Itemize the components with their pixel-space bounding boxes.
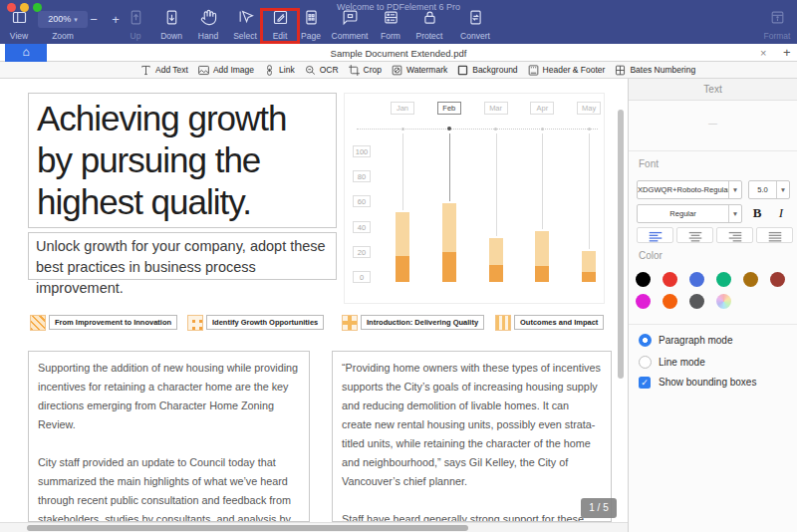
color-swatch-rainbow[interactable] — [716, 294, 731, 309]
right-text-column[interactable]: “Providing home owners with these types … — [332, 351, 612, 522]
tag-growth-opportunities[interactable]: Identify Growth Opportunities — [187, 314, 324, 331]
background-button[interactable]: Background — [456, 64, 517, 77]
form-button[interactable]: Form — [372, 9, 409, 43]
align-justify-icon — [767, 231, 783, 242]
tag-improvement-innovation[interactable]: From Improvement to Innovation — [30, 314, 177, 331]
format-button[interactable]: Format — [758, 9, 796, 43]
comment-bubble-icon — [342, 9, 359, 26]
page-up-icon — [128, 9, 144, 26]
tag-delivering-quality[interactable]: Introduction: Delivering Quality — [342, 314, 484, 331]
color-swatch-58595b[interactable] — [689, 294, 704, 309]
document-heading[interactable]: Achieving growth by pursuing the highest… — [28, 93, 337, 228]
add-text-button[interactable]: Add Text — [139, 64, 188, 77]
color-swatch-000000[interactable] — [636, 272, 651, 287]
align-center-button[interactable] — [676, 227, 713, 243]
format-info-icon — [769, 9, 786, 26]
empty-selection-placeholder: — — [629, 119, 797, 129]
color-swatch-a8700f[interactable] — [743, 272, 758, 287]
chart-month-may[interactable]: May — [577, 102, 601, 115]
bates-numbering-button[interactable]: Bates Numbering — [614, 64, 695, 77]
ocr-button[interactable]: OCR — [304, 64, 339, 77]
header-footer-button[interactable]: Header & Footer — [527, 64, 606, 77]
view-panel-icon — [11, 9, 28, 26]
document-tab-title[interactable]: Sample Document Extended.pdf — [0, 48, 797, 59]
dots-icon — [187, 315, 203, 331]
font-style-dropdown[interactable]: Regular ▼ — [637, 204, 742, 223]
bars-icon — [495, 315, 511, 331]
zoom-out-button[interactable]: − — [86, 11, 102, 28]
edit-pencil-icon — [272, 9, 289, 26]
left-text-column[interactable]: Supporting the addition of new housing w… — [28, 351, 310, 522]
crop-button[interactable]: Crop — [348, 64, 382, 77]
chart-dropline — [496, 133, 497, 236]
protect-button[interactable]: Protect — [410, 9, 448, 43]
page-up-button[interactable]: Up — [117, 9, 154, 43]
add-image-button[interactable]: Add Image — [197, 64, 254, 77]
page-button[interactable]: Page — [292, 9, 330, 43]
line-mode-radio[interactable] — [639, 356, 652, 369]
chart-ytick-80: 80 — [353, 170, 371, 182]
comment-button[interactable]: Comment — [331, 9, 369, 43]
italic-button[interactable]: I — [772, 204, 790, 222]
add-image-icon — [197, 64, 210, 77]
chart-bar-upper[interactable] — [396, 212, 409, 256]
cursor-icon — [237, 9, 254, 26]
chart-bar-upper[interactable] — [442, 203, 456, 252]
watermark-button[interactable]: Watermark — [391, 64, 447, 77]
chart-bar-lower[interactable] — [396, 256, 409, 282]
link-button[interactable]: Link — [263, 64, 295, 77]
chart-bar-upper[interactable] — [535, 231, 549, 266]
chart[interactable]: 100806040200JanFebMarAprMay — [344, 93, 605, 304]
chart-bar-upper[interactable] — [582, 251, 596, 272]
page-indicator-badge: 1 / 5 — [581, 498, 617, 518]
convert-arrows-icon — [467, 9, 484, 26]
chart-month-jan[interactable]: Jan — [391, 102, 414, 115]
paragraph: Supporting the addition of new housing w… — [38, 359, 300, 434]
chart-month-feb[interactable]: Feb — [437, 102, 461, 115]
align-left-icon — [648, 231, 664, 242]
color-swatch-9c3b32[interactable] — [770, 272, 785, 287]
view-button[interactable]: View — [0, 9, 38, 43]
ocr-magnifier-icon — [304, 64, 317, 77]
zoom-level-dropdown[interactable]: 200%▾ — [38, 11, 88, 28]
header-footer-icon — [527, 64, 540, 77]
app-window: Welcome to PDFelement 6 Pro View 200%▾ Z… — [0, 0, 797, 532]
chart-bar-lower[interactable] — [489, 265, 503, 282]
tag-outcomes-impact[interactable]: Outcomes and Impact — [495, 314, 604, 331]
chart-bar-lower[interactable] — [442, 252, 456, 282]
add-tab-icon[interactable]: + — [783, 45, 791, 60]
color-swatch-0eb57d[interactable] — [716, 272, 731, 287]
chart-bar-lower[interactable] — [535, 266, 549, 282]
chart-bar-upper[interactable] — [489, 238, 503, 265]
close-tab-icon[interactable]: × — [760, 47, 766, 59]
align-right-button[interactable] — [716, 227, 753, 243]
bold-button[interactable]: B — [748, 204, 766, 222]
chart-bar-lower[interactable] — [582, 272, 596, 282]
chart-ytick-0: 0 — [353, 271, 371, 283]
document-canvas[interactable]: Achieving growth by pursuing the highest… — [0, 79, 628, 532]
text-properties-panel: Text — Font XDGWQR+Roboto-Regular ▼ 5.0 … — [628, 79, 797, 532]
zoom-section-label: Zoom — [38, 31, 88, 41]
chart-month-mar[interactable]: Mar — [484, 102, 508, 115]
hand-tool-button[interactable]: Hand — [189, 9, 227, 43]
horizontal-scrollbar[interactable] — [0, 522, 628, 532]
vertical-scrollbar-thumb[interactable] — [618, 110, 624, 379]
color-swatch-e8352e[interactable] — [663, 272, 677, 287]
horizontal-scrollbar-thumb[interactable] — [27, 525, 468, 531]
document-subtitle[interactable]: Unlock growth for your company, adopt th… — [28, 232, 337, 280]
page-down-button[interactable]: Down — [152, 9, 190, 43]
align-left-button[interactable] — [637, 227, 673, 243]
color-swatch-f4610d[interactable] — [663, 294, 677, 309]
chevron-down-icon: ▼ — [728, 205, 741, 222]
color-swatch-e01fd5[interactable] — [636, 294, 651, 309]
chart-ytick-100: 100 — [353, 145, 371, 157]
font-family-dropdown[interactable]: XDGWQR+Roboto-Regular ▼ — [637, 180, 742, 199]
convert-button[interactable]: Convert — [456, 9, 494, 43]
select-tool-button[interactable]: Select — [226, 9, 264, 43]
font-size-dropdown[interactable]: 5.0 ▼ — [748, 180, 790, 199]
paragraph-mode-radio[interactable] — [639, 334, 652, 347]
align-justify-button[interactable] — [756, 227, 793, 243]
color-swatch-4a6fdc[interactable] — [689, 272, 704, 287]
chart-month-apr[interactable]: Apr — [530, 102, 554, 115]
show-bounding-boxes-checkbox[interactable]: ✓ — [639, 377, 651, 389]
